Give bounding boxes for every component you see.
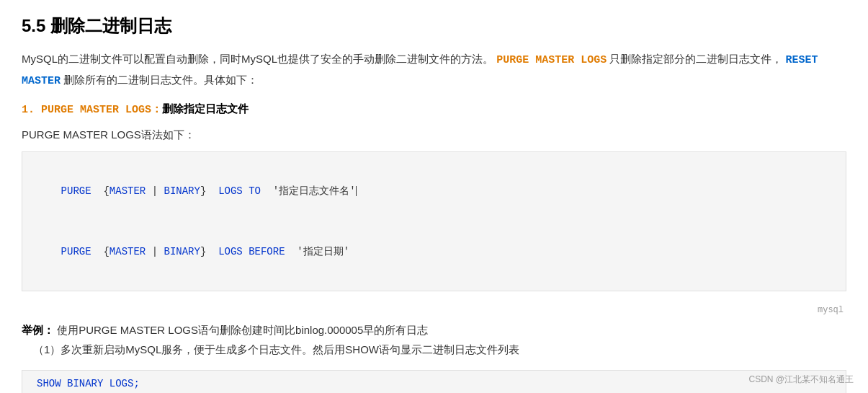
- section1-heading: 1. PURGE MASTER LOGS：删除指定日志文件: [22, 102, 846, 116]
- code-line-2: PURGE {MASTER | BINARY} LOGS BEFORE '指定日…: [37, 221, 831, 282]
- show-binary-logs-code: SHOW BINARY LOGS;: [37, 378, 140, 389]
- mysql-label-wrapper: mysql: [22, 303, 846, 319]
- intro-text3: 删除所有的二进制日志文件。具体如下：: [63, 74, 258, 86]
- intro-text1: MySQL的二进制文件可以配置自动删除，同时MySQL也提供了安全的手动删除二进…: [22, 53, 493, 65]
- example-text: 使用PURGE MASTER LOGS语句删除创建时间比binlog.00000…: [57, 324, 428, 336]
- syntax-desc: PURGE MASTER LOGS语法如下：: [22, 125, 846, 144]
- bottom-credit: CSDN @江北某不知名通王: [748, 374, 854, 386]
- section1-heading-text: 删除指定日志文件: [162, 102, 249, 115]
- example-label: 举例：: [22, 324, 54, 336]
- show-binary-logs-block: SHOW BINARY LOGS;: [22, 370, 846, 393]
- mysql-label: mysql: [818, 303, 844, 319]
- example-main: 举例： 使用PURGE MASTER LOGS语句删除创建时间比binlog.0…: [22, 320, 846, 340]
- intro-paragraph: MySQL的二进制文件可以配置自动删除，同时MySQL也提供了安全的手动删除二进…: [22, 49, 846, 91]
- syntax-code-block: PURGE {MASTER | BINARY} LOGS TO '指定日志文件名…: [22, 151, 846, 291]
- intro-cmd1: PURGE MASTER LOGS: [496, 54, 607, 66]
- intro-text2: 只删除指定部分的二进制日志文件，: [609, 53, 782, 65]
- page-title: 5.5 删除二进制日志: [22, 14, 846, 37]
- example-section: mysql 举例： 使用PURGE MASTER LOGS语句删除创建时间比bi…: [22, 303, 846, 360]
- code-line-1: PURGE {MASTER | BINARY} LOGS TO '指定日志文件名…: [37, 161, 831, 221]
- example-sub1: （1）多次重新启动MySQL服务，便于生成多个日志文件。然后用SHOW语句显示二…: [33, 340, 846, 361]
- section1-heading-cmd: 1. PURGE MASTER LOGS：: [22, 104, 162, 116]
